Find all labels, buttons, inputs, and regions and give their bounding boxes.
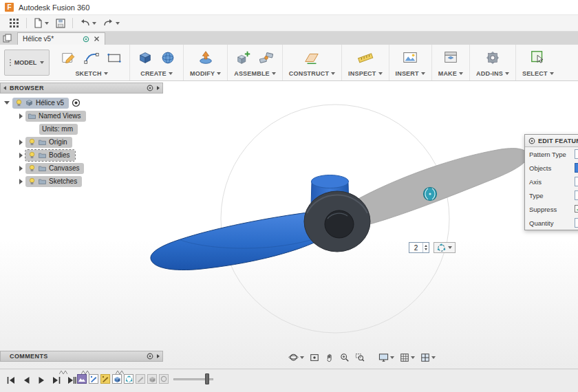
comments-panel-header[interactable]: COMMENTS <box>0 351 163 362</box>
visibility-bulb-icon[interactable] <box>28 138 36 146</box>
panel-handle-icon[interactable] <box>157 86 160 90</box>
app-launcher-button[interactable] <box>6 17 23 30</box>
press-pull-button[interactable] <box>197 49 215 67</box>
ribbon-group-label[interactable]: INSERT <box>396 70 425 77</box>
grid-layout-button[interactable] <box>398 352 417 363</box>
ribbon-group-label[interactable]: ADD-INS <box>476 70 509 77</box>
expander-closed-icon[interactable] <box>19 140 23 145</box>
stepper-up-icon[interactable] <box>425 245 427 247</box>
browser-row-origin[interactable]: Origin <box>0 135 165 149</box>
ribbon-group-label[interactable]: CREATE <box>140 70 173 77</box>
browser-row-units[interactable]: Units: mm <box>0 122 165 135</box>
tree-item[interactable]: Bodies <box>25 150 75 161</box>
pattern-type-select[interactable] <box>575 149 578 159</box>
propeller-blade-body[interactable] <box>151 212 323 270</box>
expander-open-icon[interactable] <box>4 101 10 105</box>
workspace-selector[interactable]: MODEL <box>4 50 50 76</box>
visibility-bulb-icon[interactable] <box>15 99 23 107</box>
quantity-field[interactable] <box>409 242 429 253</box>
suppressed-feature[interactable] <box>136 374 145 384</box>
expander-closed-icon[interactable] <box>19 179 23 184</box>
sketch-spline-button[interactable] <box>83 49 100 67</box>
circular-pattern-feature[interactable] <box>124 374 133 384</box>
tree-item[interactable]: Canvases <box>25 163 84 174</box>
display-settings-button[interactable] <box>376 352 396 363</box>
canvas-feature[interactable] <box>77 374 87 384</box>
tree-item[interactable]: Sketches <box>25 176 82 187</box>
create-form-button[interactable] <box>159 49 177 67</box>
insert-canvas-button[interactable] <box>401 49 419 67</box>
panel-handle-icon[interactable] <box>157 354 160 358</box>
save-button[interactable] <box>52 17 69 30</box>
visibility-bulb-icon[interactable] <box>28 164 36 172</box>
pattern-type-flyout-button[interactable] <box>434 242 456 253</box>
ribbon-group-label[interactable]: MAKE <box>438 70 463 77</box>
new-component-button[interactable] <box>235 49 253 67</box>
browser-row-named-views[interactable]: Named Views <box>0 109 165 122</box>
look-at-button[interactable] <box>308 352 321 363</box>
quantity-stepper[interactable] <box>422 243 429 252</box>
browser-row-bodies[interactable]: Bodies <box>0 149 165 162</box>
ribbon-group-label[interactable]: CONSTRUCT <box>289 70 335 77</box>
quantity-dialog-input[interactable] <box>575 218 578 228</box>
tree-item[interactable]: Origin <box>25 137 72 148</box>
ribbon-group-label[interactable]: INSPECT <box>348 70 382 77</box>
timeline-position-handle[interactable] <box>205 373 209 384</box>
file-menu-button[interactable] <box>30 17 52 30</box>
ribbon-group-label[interactable]: MODIFY <box>190 70 221 77</box>
type-select[interactable] <box>575 190 578 200</box>
ribbon-group-label[interactable]: SELECT <box>522 70 554 77</box>
3d-viewport[interactable]: BROWSER <box>0 81 578 369</box>
hub-cylinder-top[interactable] <box>312 175 349 188</box>
skip-to-end-button[interactable] <box>66 375 77 385</box>
visibility-bulb-icon[interactable] <box>28 151 36 159</box>
tree-item[interactable]: Units: mm <box>39 124 78 135</box>
quantity-input[interactable] <box>409 243 422 252</box>
expander-closed-icon[interactable] <box>19 113 23 119</box>
close-tab-icon[interactable] <box>94 36 100 42</box>
browser-root-row[interactable]: Hélice v5 <box>0 96 165 109</box>
measure-button[interactable] <box>356 49 374 67</box>
step-back-button[interactable] <box>21 375 32 385</box>
document-tab[interactable]: Hélice v5* <box>17 32 105 45</box>
tree-item[interactable]: Named Views <box>25 111 86 122</box>
play-button[interactable] <box>36 375 47 385</box>
sketch-feature-selected[interactable] <box>100 374 110 384</box>
ribbon-group-label[interactable]: SKETCH <box>75 70 107 77</box>
pattern-manipulator-handle[interactable] <box>424 188 437 201</box>
joint-button[interactable] <box>257 49 275 67</box>
dot-circle-icon[interactable] <box>147 85 153 91</box>
make-3dprint-button[interactable] <box>442 49 460 67</box>
expander-closed-icon[interactable] <box>19 166 23 171</box>
ribbon-group-label[interactable]: ASSEMBLE <box>234 70 276 77</box>
browser-row-sketches[interactable]: Sketches <box>0 175 165 188</box>
visibility-bulb-icon[interactable] <box>28 177 36 185</box>
objects-select-button[interactable] <box>575 163 578 173</box>
suppress-checkbox[interactable]: ✓ <box>575 205 578 213</box>
undo-button[interactable] <box>76 17 100 30</box>
browser-row-canvases[interactable]: Canvases <box>0 162 165 175</box>
suppressed-feature[interactable] <box>147 374 157 384</box>
dot-circle-icon[interactable] <box>528 138 535 144</box>
hub-bore[interactable] <box>325 210 354 238</box>
axis-select-button[interactable] <box>575 177 578 186</box>
create-box-button[interactable] <box>136 49 154 67</box>
pattern-preview-blade[interactable] <box>350 149 528 228</box>
stepper-down-icon[interactable] <box>425 248 427 250</box>
suppressed-feature[interactable] <box>159 374 169 384</box>
edit-feature-header[interactable]: EDIT FEATURE <box>525 135 578 147</box>
skip-to-start-button[interactable] <box>6 375 17 385</box>
select-tool-button[interactable] <box>529 49 547 67</box>
fit-button[interactable] <box>353 352 367 363</box>
sketch-feature[interactable] <box>89 374 98 384</box>
orbit-button[interactable] <box>286 352 306 363</box>
dot-circle-icon[interactable] <box>147 353 153 360</box>
redo-button[interactable] <box>100 17 123 30</box>
pan-button[interactable] <box>323 352 336 363</box>
scripts-addins-button[interactable] <box>484 49 502 67</box>
step-forward-button[interactable] <box>51 375 62 385</box>
zoom-button[interactable] <box>338 352 352 363</box>
viewports-button[interactable] <box>418 352 438 363</box>
browser-panel-header[interactable]: BROWSER <box>0 83 163 94</box>
construction-plane-button[interactable] <box>303 49 321 67</box>
